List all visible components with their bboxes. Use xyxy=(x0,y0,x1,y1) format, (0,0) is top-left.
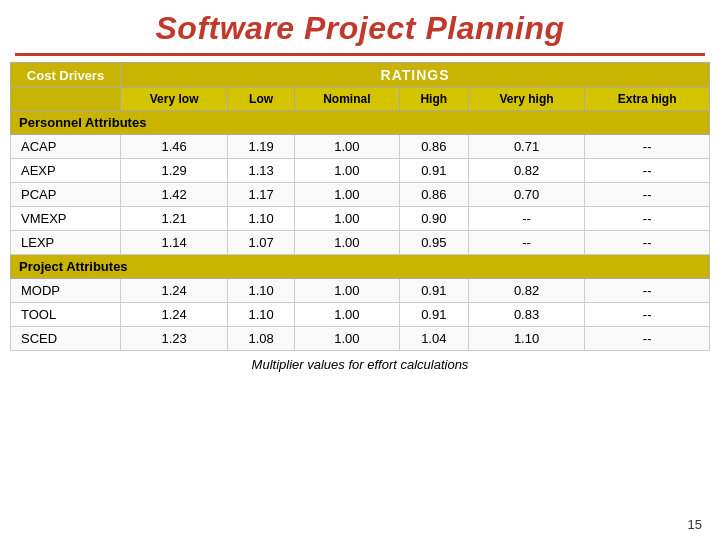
cell-value: 0.91 xyxy=(399,303,468,327)
cell-value: 1.23 xyxy=(121,327,228,351)
table-row: SCED1.231.081.001.041.10-- xyxy=(11,327,710,351)
cell-value: 0.95 xyxy=(399,231,468,255)
section-header-0: Personnel Attributes xyxy=(11,111,710,135)
cell-value: -- xyxy=(585,207,710,231)
th-high: High xyxy=(399,88,468,111)
cost-drivers-table: Cost Drivers RATINGS Very low Low Nomina… xyxy=(10,62,710,351)
row-label: AEXP xyxy=(11,159,121,183)
row-label: PCAP xyxy=(11,183,121,207)
row-label: LEXP xyxy=(11,231,121,255)
cell-value: 0.91 xyxy=(399,279,468,303)
cell-value: 1.24 xyxy=(121,303,228,327)
table-row: LEXP1.141.071.000.95---- xyxy=(11,231,710,255)
th-extra-high: Extra high xyxy=(585,88,710,111)
row-label: TOOL xyxy=(11,303,121,327)
page-title: Software Project Planning xyxy=(155,0,564,53)
row-label: ACAP xyxy=(11,135,121,159)
cell-value: 1.13 xyxy=(228,159,295,183)
th-very-high: Very high xyxy=(468,88,585,111)
footer-text: Multiplier values for effort calculation… xyxy=(10,357,710,372)
th-cost-drivers: Cost Drivers xyxy=(11,63,121,88)
cell-value: 1.08 xyxy=(228,327,295,351)
cell-value: -- xyxy=(468,207,585,231)
cell-value: 1.04 xyxy=(399,327,468,351)
page-number: 15 xyxy=(688,517,702,532)
cell-value: 1.10 xyxy=(468,327,585,351)
table-header-row-2: Very low Low Nominal High Very high Extr… xyxy=(11,88,710,111)
cell-value: 1.14 xyxy=(121,231,228,255)
th-very-low: Very low xyxy=(121,88,228,111)
cell-value: 1.46 xyxy=(121,135,228,159)
cell-value: 0.86 xyxy=(399,183,468,207)
cell-value: 1.10 xyxy=(228,279,295,303)
cell-value: 1.21 xyxy=(121,207,228,231)
cell-value: 1.29 xyxy=(121,159,228,183)
cell-value: 0.91 xyxy=(399,159,468,183)
cell-value: -- xyxy=(585,135,710,159)
cell-value: 1.00 xyxy=(294,135,399,159)
cell-value: 1.00 xyxy=(294,207,399,231)
cell-value: 0.70 xyxy=(468,183,585,207)
cell-value: 1.10 xyxy=(228,207,295,231)
cell-value: 1.00 xyxy=(294,231,399,255)
cell-value: -- xyxy=(585,159,710,183)
cell-value: 1.24 xyxy=(121,279,228,303)
cell-value: 1.00 xyxy=(294,327,399,351)
cell-value: 0.82 xyxy=(468,279,585,303)
cell-value: 1.19 xyxy=(228,135,295,159)
cell-value: 1.00 xyxy=(294,183,399,207)
cell-value: 0.86 xyxy=(399,135,468,159)
cell-value: 0.71 xyxy=(468,135,585,159)
cell-value: -- xyxy=(585,327,710,351)
cell-value: -- xyxy=(585,183,710,207)
cell-value: -- xyxy=(585,303,710,327)
cell-value: 1.07 xyxy=(228,231,295,255)
th-low: Low xyxy=(228,88,295,111)
section-label-0: Personnel Attributes xyxy=(11,111,710,135)
table-row: VMEXP1.211.101.000.90---- xyxy=(11,207,710,231)
cell-value: 1.00 xyxy=(294,279,399,303)
red-divider xyxy=(15,53,705,56)
main-table-container: Cost Drivers RATINGS Very low Low Nomina… xyxy=(10,62,710,372)
row-label: MODP xyxy=(11,279,121,303)
cell-value: -- xyxy=(468,231,585,255)
section-label-1: Project Attributes xyxy=(11,255,710,279)
table-row: MODP1.241.101.000.910.82-- xyxy=(11,279,710,303)
table-row: AEXP1.291.131.000.910.82-- xyxy=(11,159,710,183)
table-header-row-1: Cost Drivers RATINGS xyxy=(11,63,710,88)
cell-value: 1.10 xyxy=(228,303,295,327)
cell-value: 0.82 xyxy=(468,159,585,183)
cell-value: 0.83 xyxy=(468,303,585,327)
cell-value: 1.00 xyxy=(294,303,399,327)
th-ratings: RATINGS xyxy=(121,63,710,88)
row-label: VMEXP xyxy=(11,207,121,231)
cell-value: -- xyxy=(585,279,710,303)
table-row: PCAP1.421.171.000.860.70-- xyxy=(11,183,710,207)
cell-value: 1.17 xyxy=(228,183,295,207)
cell-value: -- xyxy=(585,231,710,255)
row-label: SCED xyxy=(11,327,121,351)
table-row: ACAP1.461.191.000.860.71-- xyxy=(11,135,710,159)
cell-value: 1.00 xyxy=(294,159,399,183)
th-nominal: Nominal xyxy=(294,88,399,111)
table-body: Personnel AttributesACAP1.461.191.000.86… xyxy=(11,111,710,351)
cell-value: 0.90 xyxy=(399,207,468,231)
cell-value: 1.42 xyxy=(121,183,228,207)
table-row: TOOL1.241.101.000.910.83-- xyxy=(11,303,710,327)
section-header-1: Project Attributes xyxy=(11,255,710,279)
th-sub-empty xyxy=(11,88,121,111)
